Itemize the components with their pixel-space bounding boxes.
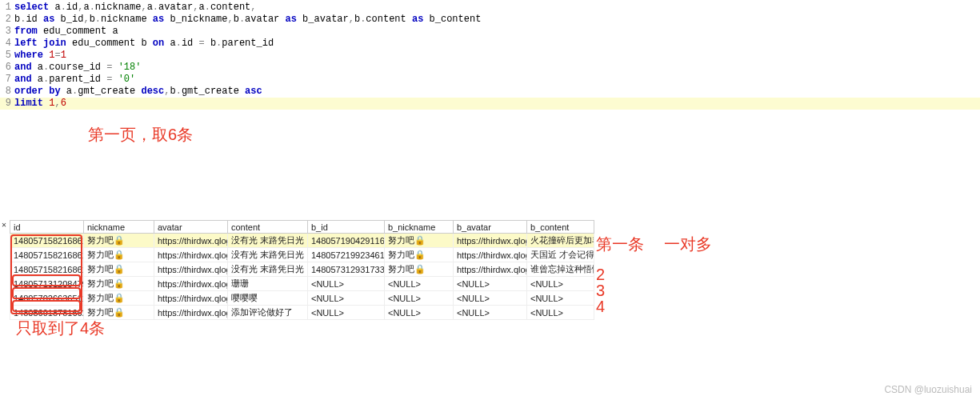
column-header[interactable]: b_nickname xyxy=(385,221,454,234)
line-number: 9 xyxy=(0,98,14,110)
code-content[interactable]: where 1=1 xyxy=(14,50,980,62)
code-content[interactable]: order by a.gmt_create desc,b.gmt_create … xyxy=(14,86,980,98)
table-cell[interactable]: https://thirdwx.qlog xyxy=(154,248,228,262)
table-cell[interactable]: <NULL> xyxy=(308,306,385,320)
table-cell[interactable]: <NULL> xyxy=(527,291,594,306)
table-cell[interactable]: 嘤嘤嘤 xyxy=(228,291,308,306)
code-content[interactable]: and a.course_id = '18' xyxy=(14,62,980,74)
table-cell[interactable]: <NULL> xyxy=(527,277,594,291)
table-cell[interactable]: 努力吧🔒 xyxy=(385,262,454,277)
watermark: CSDN @luozuishuai xyxy=(884,384,972,395)
table-cell[interactable]: 148057219923461 xyxy=(308,248,385,262)
table-cell[interactable]: <NULL> xyxy=(454,277,527,291)
table-cell[interactable]: 添加评论做好了 xyxy=(228,306,308,320)
table-cell[interactable]: <NULL> xyxy=(308,291,385,306)
table-cell[interactable]: https://thirdwx.qlog xyxy=(454,262,527,277)
line-number: 4 xyxy=(0,38,14,50)
table-cell[interactable]: 努力吧🔒 xyxy=(84,248,154,262)
close-icon[interactable]: ✕ xyxy=(2,220,6,230)
annotation-first: 第一条 xyxy=(596,234,644,255)
code-line[interactable]: 9limit 1,6 xyxy=(0,98,980,110)
code-line[interactable]: 5where 1=1 xyxy=(0,50,980,62)
table-cell[interactable]: <NULL> xyxy=(454,291,527,306)
table-cell[interactable]: 努力吧🔒 xyxy=(385,234,454,248)
table-cell[interactable]: 148057026636511 xyxy=(10,291,84,306)
table-cell[interactable]: 努力吧🔒 xyxy=(84,277,154,291)
code-content[interactable]: select a.id,a.nickname,a.avatar,a.conten… xyxy=(14,2,980,14)
line-number: 3 xyxy=(0,26,14,38)
column-header[interactable]: nickname xyxy=(84,221,154,234)
column-header[interactable]: content xyxy=(228,221,308,234)
line-number: 8 xyxy=(0,86,14,98)
table-cell[interactable]: https://thirdwx.qlog xyxy=(154,234,228,248)
column-header[interactable]: b_id xyxy=(308,221,385,234)
code-content[interactable]: from edu_comment a xyxy=(14,26,980,38)
table-cell[interactable]: 148057190429116 xyxy=(308,234,385,248)
code-content[interactable]: limit 1,6 xyxy=(14,98,980,110)
table-cell[interactable]: 没有光 末路凭日光 xyxy=(228,234,308,248)
table-row[interactable]: 148057158216861努力吧🔒https://thirdwx.qlog没… xyxy=(10,248,594,262)
column-header[interactable]: avatar xyxy=(154,221,228,234)
column-header[interactable]: b_content xyxy=(527,221,594,234)
code-line[interactable]: 3from edu_comment a xyxy=(0,26,980,38)
code-line[interactable]: 6and a.course_id = '18' xyxy=(0,62,980,74)
table-row[interactable]: 148057158216861努力吧🔒https://thirdwx.qlog没… xyxy=(10,262,594,277)
table-cell[interactable]: https://thirdwx.qlog xyxy=(154,291,228,306)
line-number: 6 xyxy=(0,62,14,74)
column-header[interactable]: id xyxy=(10,221,84,234)
code-line[interactable]: 1select a.id,a.nickname,a.avatar,a.conte… xyxy=(0,2,980,14)
results-panel: ✕ idnicknameavatarcontentb_idb_nicknameb… xyxy=(0,220,980,320)
code-line[interactable]: 4left join edu_comment b on a.id = b.par… xyxy=(0,38,980,50)
table-cell[interactable]: https://thirdwx.qlog xyxy=(154,306,228,320)
table-row[interactable]: 148057131208479努力吧🔒https://thirdwx.qlog珊… xyxy=(10,277,594,291)
table-cell[interactable]: <NULL> xyxy=(308,277,385,291)
table-cell[interactable]: 没有光 末路凭日光 xyxy=(228,248,308,262)
sql-editor[interactable]: 1select a.id,a.nickname,a.avatar,a.conte… xyxy=(0,0,980,110)
table-cell[interactable]: 努力吧🔒 xyxy=(84,262,154,277)
table-cell[interactable]: 148057131208479 xyxy=(10,277,84,291)
table-cell[interactable]: 火花撞碎后更加丰 xyxy=(527,234,594,248)
table-cell[interactable]: 148057158216861 xyxy=(10,262,84,277)
code-line[interactable]: 8order by a.gmt_create desc,b.gmt_create… xyxy=(0,86,980,98)
column-header[interactable]: b_avatar xyxy=(454,221,527,234)
code-content[interactable]: left join edu_comment b on a.id = b.pare… xyxy=(14,38,980,50)
annotation-one-to-many: 一对多 xyxy=(664,234,712,255)
table-cell[interactable]: 148057158216861 xyxy=(10,248,84,262)
line-number: 7 xyxy=(0,74,14,86)
code-line[interactable]: 2b.id as b_id,b.nickname as b_nickname,b… xyxy=(0,14,980,26)
line-number: 5 xyxy=(0,50,14,62)
table-cell[interactable]: 谁曾忘掉这种悟性 xyxy=(527,262,594,277)
table-cell[interactable]: 努力吧🔒 xyxy=(385,248,454,262)
line-number: 1 xyxy=(0,2,14,14)
table-cell[interactable]: https://thirdwx.qlog xyxy=(154,262,228,277)
table-cell[interactable]: 天国近 才会记得不 xyxy=(527,248,594,262)
table-cell[interactable]: <NULL> xyxy=(385,306,454,320)
table-cell[interactable]: <NULL> xyxy=(527,306,594,320)
table-cell[interactable]: 努力吧🔒 xyxy=(84,234,154,248)
table-cell[interactable]: 148057158216861 xyxy=(10,234,84,248)
table-cell[interactable]: 努力吧🔒 xyxy=(84,291,154,306)
table-cell[interactable]: https://thirdwx.qlog xyxy=(154,277,228,291)
table-cell[interactable]: https://thirdwx.qlog xyxy=(454,234,527,248)
code-content[interactable]: and a.parent_id = '0' xyxy=(14,74,980,86)
table-cell[interactable]: 148057312931733 xyxy=(308,262,385,277)
table-cell[interactable]: <NULL> xyxy=(385,291,454,306)
annotation-bottom: 只取到了4条 xyxy=(16,318,105,339)
annotation-4: 4 xyxy=(596,298,605,316)
table-cell[interactable]: https://thirdwx.qlog xyxy=(454,248,527,262)
code-content[interactable]: b.id as b_id,b.nickname as b_nickname,b.… xyxy=(14,14,980,26)
results-table: idnicknameavatarcontentb_idb_nicknameb_a… xyxy=(10,220,594,320)
table-cell[interactable]: 珊珊 xyxy=(228,277,308,291)
table-cell[interactable]: 没有光 末路凭日光 xyxy=(228,262,308,277)
code-line[interactable]: 7and a.parent_id = '0' xyxy=(0,74,980,86)
table-row[interactable]: 148057158216861努力吧🔒https://thirdwx.qlog没… xyxy=(10,234,594,248)
line-number: 2 xyxy=(0,14,14,26)
table-cell[interactable]: <NULL> xyxy=(454,306,527,320)
table-row[interactable]: 148057026636511努力吧🔒https://thirdwx.qlog嘤… xyxy=(10,291,594,306)
annotation-top: 第一页，取6条 xyxy=(88,124,193,146)
table-cell[interactable]: <NULL> xyxy=(385,277,454,291)
